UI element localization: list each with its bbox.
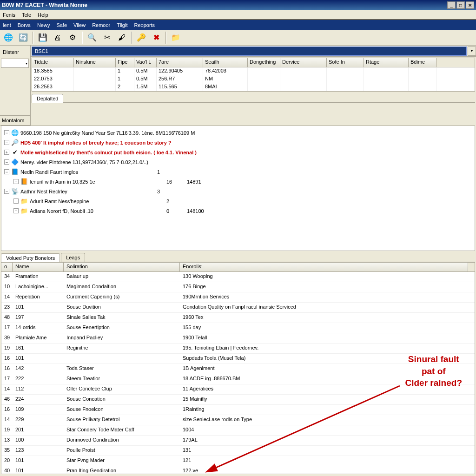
table-row[interactable]: 35123Poulle Proist131 xyxy=(1,446,475,456)
column-header[interactable]: Vao'l L xyxy=(134,58,157,67)
expand-icon[interactable]: − xyxy=(4,159,9,165)
column-header[interactable]: Ninslune xyxy=(74,58,116,67)
tab-deplalted[interactable]: Deplalted xyxy=(32,94,63,103)
column-header[interactable]: Dongething xyxy=(248,58,280,67)
menu-item[interactable]: Reoports xyxy=(134,22,155,28)
table-cell: size SeniecLase rodls on Type xyxy=(180,415,468,425)
table-cell: 18.3585 xyxy=(32,67,74,75)
menu-item[interactable]: Vilew xyxy=(73,22,86,28)
table-row[interactable]: 40101Pran Iting Gendiration122.ve xyxy=(1,466,475,474)
table-row[interactable]: 14229Souse Priiivaty Detetrolsize Seniec… xyxy=(1,415,475,425)
menu-item[interactable]: Newy xyxy=(37,22,50,28)
save-icon[interactable]: 💾 xyxy=(36,31,49,44)
minimize-button[interactable]: _ xyxy=(447,1,456,9)
tree-item[interactable]: −📡Aathnr Nest Reclrley3 xyxy=(4,186,472,196)
menu-item[interactable]: Tligit xyxy=(117,22,127,28)
column-header[interactable]: Bdime xyxy=(409,58,436,67)
table-row[interactable]: 10Lachoinigine...Magimand Condaltion176 … xyxy=(1,282,475,292)
menu-item[interactable]: Borvs xyxy=(18,22,31,28)
tree-panel[interactable]: −🌐9660.198 150 Ne güin:6ity Nand Year Se… xyxy=(1,126,475,251)
menu-item[interactable]: lent xyxy=(3,22,11,28)
table-cell: 1.5M xyxy=(134,83,157,91)
table-row[interactable]: 39Plamiale AmeInnpand Pacliey1900 Telall xyxy=(1,333,475,344)
expand-icon[interactable]: − xyxy=(4,169,9,174)
expand-icon[interactable]: + xyxy=(13,208,19,213)
column-header[interactable]: Enorolls: xyxy=(180,263,468,271)
side-dropdown[interactable]: ▾ xyxy=(1,59,29,68)
globe-icon[interactable]: 🌐 xyxy=(2,31,15,44)
table-cell: 121 xyxy=(180,456,468,466)
table-row[interactable]: 16142Toda Staser1B Ageniment xyxy=(1,364,475,374)
secondary-menu: lentBorvsNewySafeVilewRemoorTligitReopor… xyxy=(0,20,476,30)
column-header[interactable]: Seailh xyxy=(203,58,248,67)
cut-icon[interactable]: ✂ xyxy=(100,31,113,44)
column-header[interactable]: Sofe In xyxy=(327,58,364,67)
close-button[interactable]: ✕ xyxy=(466,1,474,9)
table-row[interactable]: 48197Sinale Salles Tak1960 Tex xyxy=(1,313,475,323)
tree-item[interactable]: +📁Adurit Ramt Ness'heppine2 xyxy=(4,196,472,206)
table-row[interactable]: 1714-orridsSouse Eenertiption155 day xyxy=(1,323,475,333)
tab-volued[interactable]: Volued Puty Bonelors xyxy=(1,253,60,262)
tree-item[interactable]: −📘Nedln Randi Faurt imglos1 xyxy=(4,167,472,177)
maximize-button[interactable]: □ xyxy=(456,1,465,9)
key-icon[interactable]: 🔑 xyxy=(135,31,148,44)
expand-icon[interactable]: + xyxy=(13,198,19,204)
search-icon[interactable]: 🔍 xyxy=(86,31,99,44)
tree-item[interactable]: −🌐9660.198 150 Ne güin:6ity Nand Year Se… xyxy=(4,128,472,138)
table-row[interactable]: 16109Souse Fnoelcon1Rainting xyxy=(1,405,475,415)
menu-item[interactable]: Fenis xyxy=(3,12,15,18)
table-row[interactable]: 13100Donmoved Condiration179AL xyxy=(1,436,475,446)
table-cell: 112 xyxy=(13,384,64,394)
table-row[interactable]: 19201Star Condery Tode Mater Caff1004 xyxy=(1,425,475,436)
table-row[interactable]: 34FramationBalaur up130 Wooping xyxy=(1,272,475,282)
column-header[interactable]: Fipe xyxy=(116,58,134,67)
column-header[interactable]: 7are xyxy=(157,58,203,67)
mid-tab-montalom[interactable]: Montalom xyxy=(0,115,30,126)
expand-icon[interactable]: − xyxy=(13,179,19,184)
folder-icon[interactable]: 📁 xyxy=(169,31,182,44)
menu-item[interactable]: Help xyxy=(38,12,48,18)
tree-item[interactable]: +📁Adians Norort fD, Noubli .100148100 xyxy=(4,206,472,216)
tab-leags[interactable]: Leags xyxy=(61,253,85,262)
table-cell: 222 xyxy=(13,374,64,384)
table-row[interactable]: 23101Souse DuvitionGondation Quality on … xyxy=(1,303,475,313)
menu-item[interactable]: Tele xyxy=(22,12,31,18)
table-row[interactable]: 26.256321.5M115.5658MAI xyxy=(32,83,475,91)
brush-icon[interactable]: 🖌 xyxy=(115,31,128,44)
expand-icon[interactable]: − xyxy=(4,189,9,194)
table-row[interactable]: 14112Oller Conclece Clup11 Ageralices xyxy=(1,384,475,395)
tree-item[interactable]: −🔎HD5 400' It imphul riolies of breuly h… xyxy=(4,138,472,147)
tree-value: 2 xyxy=(166,198,185,204)
expand-icon[interactable]: − xyxy=(4,140,9,145)
menu-item[interactable]: Remoor xyxy=(92,22,110,28)
table-row[interactable]: 14RepelationCurdment Capening (s)190Mrnt… xyxy=(1,292,475,303)
table-row[interactable]: 22.075310.5M256.R7NM xyxy=(32,75,475,83)
path-dropdown[interactable]: ▾ xyxy=(468,46,476,56)
tree-item[interactable]: +✔Molle wrighlseficed by thent's colnuct… xyxy=(4,147,472,157)
table-cell: 190Mrntion Services xyxy=(180,292,468,302)
column-header[interactable]: o xyxy=(1,263,13,271)
path-input[interactable]: BSC1 xyxy=(32,46,467,56)
table-row[interactable]: 17222Steem Treatior18 ACDE irg -886670.B… xyxy=(1,374,475,384)
expand-icon[interactable]: − xyxy=(4,130,9,135)
column-header[interactable]: Rtage xyxy=(364,58,409,67)
refresh-icon[interactable]: 🔄 xyxy=(17,31,30,44)
table-row[interactable]: 46224Souse Concation15 Mainifiy xyxy=(1,395,475,405)
column-header[interactable]: Dervice xyxy=(280,58,327,67)
table-cell: 22.0753 xyxy=(32,75,74,83)
tree-item[interactable]: −🔷Nerey. vider Pintdrene 131,99734360/, … xyxy=(4,157,472,167)
expand-icon[interactable]: + xyxy=(4,150,9,155)
column-header[interactable]: Soliration xyxy=(64,263,180,271)
column-header[interactable]: Tidate xyxy=(32,58,74,67)
table-row[interactable]: 18.358510.5M122.9040578.42003 xyxy=(32,67,475,75)
gear-icon[interactable]: ⚙ xyxy=(66,31,79,44)
table-row[interactable]: 16101Supdads Toola (Musel Tela) xyxy=(1,354,475,364)
tree-item[interactable]: −📙lenuril with Aum in 10,325 1e1614891 xyxy=(4,177,472,186)
table-row[interactable]: 19161Reginitne195. Tenioting Ebain | Fee… xyxy=(1,344,475,354)
delete-icon[interactable]: ✖ xyxy=(150,31,163,44)
print-icon[interactable]: 🖨 xyxy=(51,31,64,44)
menu-item[interactable]: Safe xyxy=(56,22,67,28)
column-header[interactable]: Name xyxy=(13,263,64,271)
table-row[interactable]: 20101Star Fvng Mader121 xyxy=(1,456,475,466)
table-cell xyxy=(74,83,116,91)
